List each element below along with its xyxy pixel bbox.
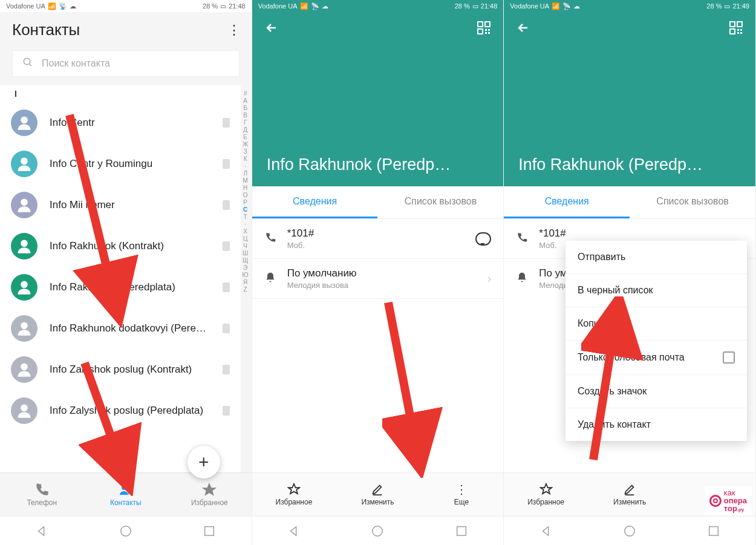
- add-contact-fab[interactable]: +: [187, 446, 220, 478]
- nav-recent[interactable]: [455, 524, 468, 538]
- tab-call-log[interactable]: Список вызовов: [377, 186, 503, 218]
- alpha-letter[interactable]: С: [243, 206, 247, 213]
- alpha-letter[interactable]: А: [243, 97, 247, 104]
- menu-shortcut[interactable]: Создать значок: [565, 375, 747, 408]
- wifi-icon: 📡: [311, 2, 319, 10]
- sim-icon: [223, 159, 230, 169]
- sim-icon: [223, 282, 230, 292]
- tab-details[interactable]: Сведения: [504, 186, 630, 218]
- action-favorite[interactable]: Избранное: [252, 473, 336, 516]
- alpha-letter[interactable]: #: [244, 90, 247, 97]
- nav-home[interactable]: [623, 524, 636, 538]
- contact-row[interactable]: Info Zalyshok poslug (Peredplata): [0, 390, 241, 431]
- alpha-letter[interactable]: Х: [243, 228, 247, 235]
- avatar: [11, 151, 37, 177]
- signal-icon: 📶: [300, 2, 308, 10]
- battery-icon: ▭: [472, 2, 478, 10]
- nav-back[interactable]: [539, 524, 553, 538]
- contact-row[interactable]: Info Centr y Roumingu: [0, 143, 241, 184]
- tab-favorites[interactable]: Избранное: [168, 473, 252, 516]
- alpha-letter[interactable]: Н: [243, 184, 247, 191]
- sim-icon: [223, 118, 230, 128]
- alpha-letter[interactable]: Г: [244, 119, 247, 126]
- action-more[interactable]: ⋮ Еще: [420, 473, 504, 516]
- nav-recent[interactable]: [707, 524, 720, 538]
- alpha-letter[interactable]: Z: [244, 286, 247, 293]
- menu-voicemail[interactable]: Только голосовая почта: [565, 341, 747, 375]
- menu-blacklist[interactable]: В черный список: [565, 274, 747, 307]
- action-edit[interactable]: Изменить: [588, 473, 672, 516]
- menu-send[interactable]: Отправить: [565, 241, 747, 274]
- alpha-letter[interactable]: Щ: [243, 257, 248, 264]
- alpha-letter[interactable]: Т: [244, 214, 247, 220]
- alpha-letter[interactable]: Б: [243, 105, 247, 111]
- phone-icon: [516, 232, 529, 246]
- nav-home[interactable]: [371, 524, 384, 538]
- nav-back[interactable]: [35, 524, 48, 538]
- tab-contacts[interactable]: Контакты: [84, 473, 168, 516]
- svg-rect-33: [740, 32, 742, 34]
- tab-details[interactable]: Сведения: [252, 186, 378, 218]
- alpha-letter[interactable]: ·: [244, 163, 246, 169]
- alpha-letter[interactable]: Э: [243, 264, 247, 271]
- alpha-letter[interactable]: Р: [243, 199, 247, 206]
- sim-icon: [223, 241, 230, 251]
- menu-copy[interactable]: Копировать: [565, 307, 747, 341]
- qr-icon[interactable]: [729, 21, 743, 38]
- svg-rect-27: [730, 22, 735, 27]
- svg-rect-28: [737, 22, 742, 27]
- action-bar: Избранное Изменить ⋮ Еще: [252, 472, 504, 516]
- back-button[interactable]: [264, 21, 279, 38]
- back-button[interactable]: [516, 21, 530, 38]
- svg-rect-25: [457, 526, 466, 535]
- alpha-letter[interactable]: В: [243, 112, 247, 119]
- alpha-letter[interactable]: Ю: [243, 272, 249, 278]
- clock-label: 21:48: [481, 2, 498, 10]
- alpha-letter[interactable]: ·: [244, 221, 246, 227]
- svg-rect-13: [205, 526, 214, 535]
- action-more-label: Еще: [454, 498, 469, 506]
- svg-rect-36: [709, 526, 718, 535]
- action-edit-label: Изменить: [361, 498, 394, 506]
- alpha-letter[interactable]: М: [243, 177, 247, 184]
- voicemail-checkbox[interactable]: [723, 351, 735, 364]
- contact-row[interactable]: Info Rakhunok dodatkovyi (Peredp…: [0, 308, 241, 349]
- avatar: [11, 274, 37, 301]
- alpha-letter[interactable]: К: [244, 155, 247, 162]
- nav-back[interactable]: [287, 524, 301, 538]
- avatar: [11, 397, 37, 424]
- action-edit[interactable]: Изменить: [336, 473, 420, 516]
- menu-delete[interactable]: Удалить контакт: [565, 408, 747, 441]
- tab-call-log[interactable]: Список вызовов: [630, 186, 755, 218]
- ringtone-label: Мелодия вызова: [287, 281, 478, 290]
- alpha-letter[interactable]: Я: [243, 279, 247, 286]
- ringtone-value: По умолчанию: [287, 267, 478, 279]
- phone-row[interactable]: *101# Моб.: [252, 219, 504, 259]
- alpha-letter[interactable]: Ж: [243, 141, 248, 148]
- search-input[interactable]: Поиск контакта: [12, 50, 240, 77]
- alpha-index[interactable]: #АБВГДЕЖЗК·ЛМНОРСТ·ХЦЧШЩЭЮЯZ: [241, 85, 252, 472]
- contact-name: Info Rakhunok (Peredp…: [252, 155, 504, 186]
- alpha-letter[interactable]: Ч: [243, 243, 247, 249]
- bell-icon: [516, 272, 529, 286]
- alpha-letter[interactable]: Д: [243, 126, 247, 133]
- ringtone-row[interactable]: По умолчанию Мелодия вызова ›: [252, 259, 504, 299]
- alpha-letter[interactable]: О: [243, 192, 248, 198]
- nav-recent[interactable]: [203, 524, 216, 538]
- nav-home[interactable]: [119, 524, 132, 538]
- alpha-letter[interactable]: Ц: [243, 235, 247, 242]
- contact-row[interactable]: Info Centr: [0, 102, 241, 143]
- alpha-letter[interactable]: Ш: [243, 250, 248, 256]
- message-icon[interactable]: [475, 232, 491, 246]
- contact-row[interactable]: Info Mii nomer: [0, 184, 241, 226]
- action-favorite[interactable]: Избранное: [504, 473, 588, 516]
- tab-phone[interactable]: Телефон: [0, 473, 84, 516]
- menu-icon[interactable]: ⋮: [227, 22, 240, 38]
- contact-row[interactable]: Info Zalyshok poslug (Kontrakt): [0, 349, 241, 390]
- alpha-letter[interactable]: Л: [243, 170, 247, 177]
- contact-row[interactable]: Info Rakhunok (Peredplata): [0, 267, 241, 308]
- alpha-letter[interactable]: Е: [243, 134, 247, 140]
- alpha-letter[interactable]: З: [244, 148, 247, 155]
- contact-row[interactable]: Info Rakhunok (Kontrakt): [0, 226, 241, 267]
- qr-icon[interactable]: [477, 21, 491, 38]
